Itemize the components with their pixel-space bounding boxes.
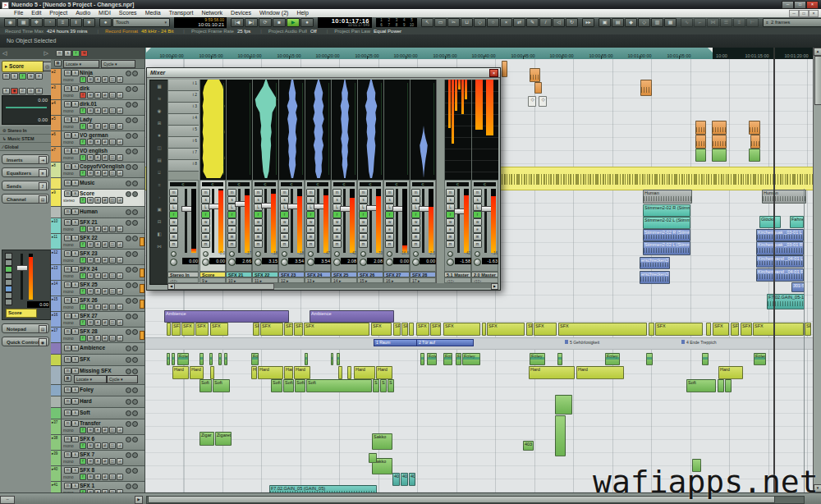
m-button[interactable]: m bbox=[446, 189, 455, 196]
cycle-marker-2-t-r-auf[interactable]: 2 Tür auf bbox=[416, 339, 474, 346]
sub-btn-0[interactable]: r bbox=[80, 427, 86, 433]
eq-slot-button[interactable]: ⊟ bbox=[333, 241, 342, 248]
track-ambience[interactable]: msAmbience bbox=[51, 343, 144, 355]
audio-clip[interactable]: Kirchenwand _04-01 L (Ki bbox=[756, 255, 804, 268]
track-sfx-23[interactable]: ▸12msSFX 23monorwe⇄◫⊿ bbox=[51, 250, 144, 265]
solo-button[interactable]: s bbox=[71, 208, 79, 215]
eq-slot-button[interactable]: ⊟ bbox=[280, 241, 289, 248]
monitor-button[interactable] bbox=[126, 314, 131, 319]
r-button[interactable]: r bbox=[411, 211, 420, 218]
channel-strip[interactable]: CmsLrwe⊞⊟-.183.15 bbox=[252, 180, 278, 272]
sub-btn-5[interactable]: ⊿ bbox=[117, 458, 123, 465]
track-sfx-6[interactable]: ▸38msSFX 6monorwe⇄◫⊿ bbox=[51, 435, 144, 451]
sub-btn-4[interactable]: ◫ bbox=[109, 154, 116, 161]
audio-clip[interactable] bbox=[210, 366, 214, 379]
channel-label-sfx-25[interactable]: SFX 25 bbox=[331, 272, 357, 277]
audio-clip[interactable]: SFX bbox=[284, 323, 293, 336]
section-quick-controls[interactable]: Quick Controls◉ bbox=[2, 337, 49, 346]
sub-btn-0[interactable]: r bbox=[80, 335, 86, 341]
mute-button[interactable]: m bbox=[64, 180, 71, 186]
record-ready-button[interactable] bbox=[132, 71, 138, 76]
listen-knob[interactable] bbox=[202, 259, 209, 266]
mute-button[interactable]: m bbox=[64, 266, 71, 273]
sub-btn-4[interactable]: ◫ bbox=[109, 304, 116, 310]
audio-clip[interactable]: SFX bbox=[534, 323, 557, 336]
s-button[interactable]: s bbox=[411, 196, 420, 204]
sub-btn-5[interactable]: ⊿ bbox=[117, 427, 123, 433]
pan-display[interactable]: C bbox=[170, 182, 196, 186]
monitor-knob[interactable] bbox=[308, 251, 314, 257]
sub-btn-5[interactable]: ⊿ bbox=[117, 226, 123, 232]
eq-slot-button[interactable]: ⊟ bbox=[201, 241, 210, 248]
mute-tool[interactable]: × bbox=[500, 18, 512, 27]
solo-button[interactable]: s bbox=[71, 117, 79, 123]
pan-display[interactable]: C bbox=[447, 182, 469, 186]
common-icon[interactable]: ⊞ bbox=[150, 117, 168, 130]
inspector-fader-track[interactable] bbox=[21, 254, 23, 300]
audio-clip[interactable] bbox=[305, 353, 308, 365]
autoscroll-button[interactable]: ▸▸ bbox=[582, 18, 594, 27]
e-button[interactable]: e bbox=[411, 226, 420, 233]
audio-clip[interactable]: S bbox=[380, 379, 387, 392]
menu-help[interactable]: Help bbox=[292, 9, 312, 17]
sub-btn-2[interactable]: e bbox=[94, 76, 101, 83]
m-button[interactable]: m bbox=[227, 189, 236, 196]
sub-btn-5[interactable]: ⊿ bbox=[117, 139, 123, 145]
insert-slot[interactable]: i 3 bbox=[168, 103, 199, 114]
section-channel[interactable]: Channel▤ bbox=[2, 194, 49, 204]
record-ready-button[interactable] bbox=[132, 181, 138, 186]
m-button[interactable]: m bbox=[473, 189, 482, 196]
sub-btn-1[interactable]: w bbox=[87, 139, 94, 145]
cycle-select[interactable]: Cycle ▾ bbox=[107, 375, 138, 383]
audio-clip[interactable]: Zigarettend bbox=[215, 432, 232, 446]
sub-btn-1[interactable]: w bbox=[87, 319, 94, 326]
s-button[interactable]: s bbox=[169, 196, 178, 204]
record-ready-button[interactable] bbox=[132, 357, 138, 363]
mute-button[interactable]: m bbox=[64, 117, 71, 123]
record-ready-button[interactable] bbox=[132, 236, 138, 241]
sub-btn-5[interactable]: ⊿ bbox=[117, 170, 123, 176]
audio-clip[interactable]: erschrecken2-01 bbox=[640, 271, 670, 284]
listen-knob[interactable] bbox=[170, 259, 177, 266]
common-icon[interactable]: ▦ bbox=[150, 80, 168, 93]
mute-button[interactable]: m bbox=[64, 451, 71, 458]
sub-btn-3[interactable]: ⇄ bbox=[102, 170, 108, 176]
solo-button[interactable]: s bbox=[71, 313, 79, 319]
common-icon[interactable]: ◉ bbox=[150, 105, 168, 117]
m-button[interactable]: m bbox=[254, 189, 263, 196]
sub-btn-3[interactable]: ⇄ bbox=[102, 474, 108, 480]
record-ready-button[interactable] bbox=[132, 220, 138, 226]
audio-clip[interactable]: Human bbox=[643, 190, 692, 204]
solo-button[interactable]: s bbox=[71, 266, 79, 273]
solo-button[interactable]: s bbox=[71, 219, 79, 226]
record-ready-button[interactable] bbox=[132, 468, 138, 474]
solo-button[interactable]: s bbox=[71, 387, 79, 393]
marker-6[interactable]: 6 bbox=[378, 23, 385, 28]
audio-clip[interactable]: 403 bbox=[523, 441, 534, 451]
sub-btn-2[interactable]: e bbox=[94, 335, 101, 341]
pan-display[interactable]: C bbox=[307, 182, 328, 186]
playhead-ruler-handle[interactable] bbox=[773, 48, 775, 59]
close-icon[interactable]: × bbox=[489, 69, 498, 77]
sub-btn-5[interactable]: ⊿ bbox=[117, 241, 123, 248]
r-button[interactable]: r bbox=[254, 211, 263, 218]
mute-button[interactable]: m bbox=[64, 282, 71, 288]
audio-clip[interactable] bbox=[712, 149, 727, 162]
restore-button[interactable]: □ bbox=[794, 1, 806, 9]
insert-slot-button[interactable]: ⊞ bbox=[411, 233, 420, 241]
section-sends[interactable]: Sends⤴ bbox=[2, 181, 49, 190]
sub-btn-3[interactable]: ⇄ bbox=[102, 226, 108, 232]
sub-btn-3[interactable]: ⇄ bbox=[102, 304, 108, 310]
insert-slot-button[interactable]: ⊞ bbox=[306, 233, 315, 241]
eq-slot-button[interactable]: ⊟ bbox=[306, 241, 315, 248]
monitor-knob[interactable] bbox=[387, 251, 392, 257]
audio-clip[interactable]: Soft bbox=[213, 379, 230, 392]
audio-clip[interactable]: S bbox=[388, 379, 394, 392]
audio-clip[interactable]: Glöckn bbox=[759, 216, 781, 228]
monitor-button[interactable] bbox=[126, 468, 131, 474]
audio-clip[interactable]: SFX bbox=[753, 323, 804, 336]
mixer-window[interactable]: Mixer×▦≋◉⊞★◫▤⌸⌗⍆▣⊟◧⋈i 1i 2i 3i 4i 5i 6i … bbox=[146, 67, 501, 291]
fader-track[interactable] bbox=[291, 189, 293, 253]
child-close-button[interactable]: × bbox=[809, 10, 819, 17]
sub-btn-2[interactable]: e bbox=[94, 257, 101, 263]
